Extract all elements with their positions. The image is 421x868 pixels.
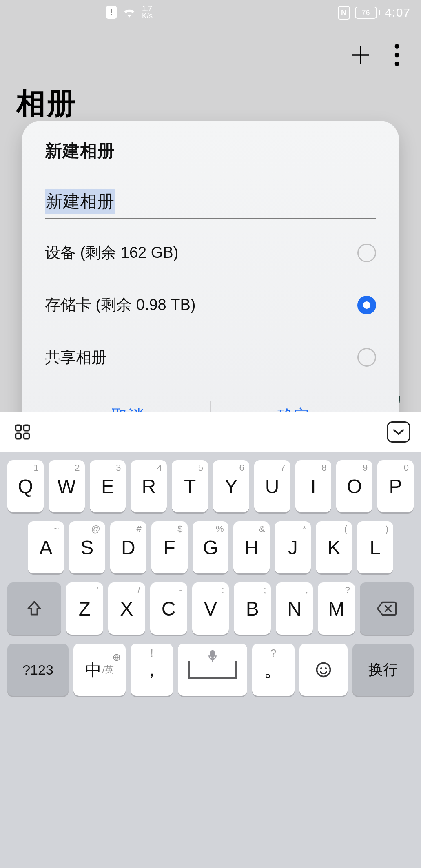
emoji-key[interactable]	[299, 644, 348, 696]
album-name-input-text[interactable]: 新建相册	[45, 189, 115, 214]
period-key[interactable]: ? 。	[252, 644, 295, 696]
option-shared-album[interactable]: 共享相册	[45, 331, 376, 383]
key-l[interactable]: )L	[357, 521, 393, 574]
key-u[interactable]: 7U	[254, 460, 290, 512]
collapse-keyboard-icon[interactable]	[387, 420, 410, 444]
key-v[interactable]: :V	[192, 582, 229, 635]
svg-rect-6	[24, 433, 29, 438]
svg-point-10	[320, 667, 322, 669]
key-c[interactable]: -C	[150, 582, 187, 635]
svg-point-11	[325, 667, 327, 669]
key-a[interactable]: ~A	[28, 521, 64, 574]
option-label: 设备 (剩余 162 GB)	[45, 242, 178, 263]
comma-key[interactable]: ! ，	[131, 644, 173, 696]
wifi-icon	[122, 7, 136, 18]
key-z[interactable]: 'Z	[66, 582, 103, 635]
key-h[interactable]: &H	[233, 521, 270, 574]
radio-checked-icon[interactable]	[357, 296, 376, 314]
status-bar: ! 1.7K/s N 76 4:07	[0, 0, 421, 26]
nfc-icon: N	[338, 6, 350, 20]
clock: 4:07	[385, 6, 410, 20]
app-header: 相册	[0, 37, 421, 123]
key-i[interactable]: 8I	[295, 460, 332, 512]
symbols-mode-key[interactable]: ?123	[7, 644, 69, 696]
svg-rect-8	[210, 650, 215, 658]
dialog-title: 新建相册	[45, 140, 376, 162]
option-sd-card[interactable]: 存储卡 (剩余 0.98 TB)	[45, 279, 376, 331]
key-t[interactable]: 5T	[172, 460, 208, 512]
svg-point-9	[317, 663, 330, 677]
network-speed: 1.7K/s	[142, 5, 153, 20]
key-k[interactable]: (K	[316, 521, 352, 574]
space-key[interactable]	[178, 644, 247, 696]
add-icon[interactable]	[349, 44, 372, 66]
key-g[interactable]: %G	[193, 521, 229, 574]
soft-keyboard: 1Q2W3E4R5T6Y7U8I9O0P ~A@S#D$F%G&H*J(K)L …	[0, 412, 421, 868]
key-o[interactable]: 9O	[336, 460, 372, 512]
svg-rect-3	[16, 425, 21, 430]
key-s[interactable]: @S	[69, 521, 105, 574]
option-device-storage[interactable]: 设备 (剩余 162 GB)	[45, 227, 376, 279]
more-icon[interactable]	[394, 44, 400, 66]
keyboard-toolbar	[0, 412, 421, 452]
key-j[interactable]: *J	[275, 521, 311, 574]
album-name-field[interactable]: 新建相册	[45, 189, 376, 219]
key-e[interactable]: 3E	[90, 460, 126, 512]
backspace-key[interactable]	[360, 582, 414, 635]
toolbar-divider	[377, 421, 377, 443]
key-f[interactable]: $F	[151, 521, 188, 574]
option-label: 存储卡 (剩余 0.98 TB)	[45, 294, 196, 315]
toolbar-divider	[44, 421, 44, 443]
radio-unchecked-icon[interactable]	[357, 348, 376, 367]
new-album-dialog: 新建相册 新建相册 设备 (剩余 162 GB) 存储卡 (剩余 0.98 TB…	[22, 121, 399, 441]
radio-unchecked-icon[interactable]	[357, 244, 376, 262]
key-y[interactable]: 6Y	[213, 460, 249, 512]
globe-icon	[113, 647, 121, 665]
storage-options: 设备 (剩余 162 GB) 存储卡 (剩余 0.98 TB) 共享相册	[45, 227, 376, 383]
key-d[interactable]: #D	[110, 521, 146, 574]
svg-point-2	[395, 62, 399, 66]
svg-point-7	[114, 655, 120, 661]
key-q[interactable]: 1Q	[7, 460, 44, 512]
svg-point-1	[395, 53, 399, 58]
sim-alert-icon: !	[106, 6, 117, 19]
key-x[interactable]: /X	[108, 582, 145, 635]
option-label: 共享相册	[45, 347, 107, 368]
key-r[interactable]: 4R	[131, 460, 167, 512]
apps-grid-icon[interactable]	[11, 420, 34, 444]
svg-point-0	[395, 44, 399, 49]
shift-key[interactable]	[7, 582, 61, 635]
battery-indicator: 76	[355, 7, 380, 19]
key-p[interactable]: 0P	[377, 460, 414, 512]
svg-rect-5	[16, 433, 21, 438]
key-w[interactable]: 2W	[49, 460, 85, 512]
svg-rect-4	[24, 425, 29, 430]
key-m[interactable]: ?M	[318, 582, 355, 635]
page-title: 相册	[16, 84, 405, 123]
language-switch-key[interactable]: 中/英	[73, 644, 126, 696]
key-n[interactable]: ,N	[276, 582, 313, 635]
enter-key[interactable]: 换行	[352, 644, 414, 696]
key-b[interactable]: ;B	[234, 582, 271, 635]
